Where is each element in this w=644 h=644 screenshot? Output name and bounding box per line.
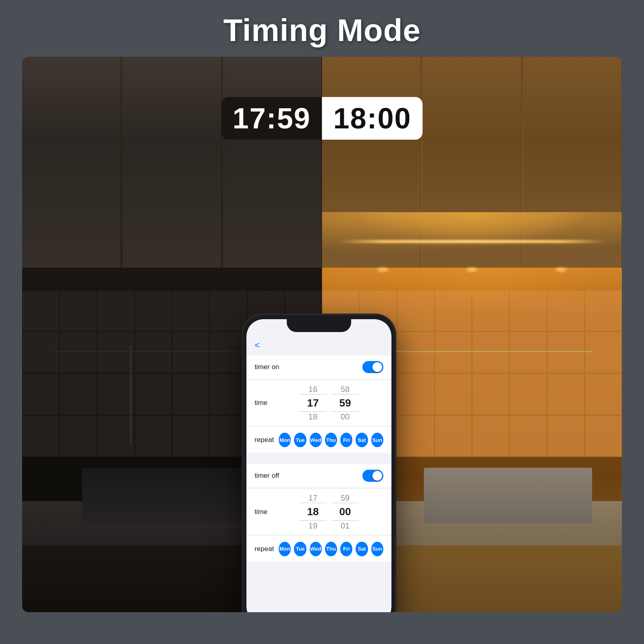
page-wrapper: Timing Mode	[0, 0, 644, 644]
hour-column-on[interactable]: 16 17 18	[297, 383, 329, 423]
repeat-on-label: repeat	[254, 436, 274, 444]
day2-sun[interactable]: Sun	[371, 542, 383, 556]
back-button[interactable]: <	[254, 340, 260, 351]
day2-fri[interactable]: Fri	[341, 542, 353, 556]
day2-tue[interactable]: Tue	[294, 542, 306, 556]
day2-mon[interactable]: Mon	[279, 542, 291, 556]
screen-header: <	[246, 334, 391, 354]
repeat-off-row: repeat Mon Tue Wed Thu Fri Sat Sun	[246, 536, 391, 562]
section-separator-1	[246, 454, 391, 462]
cabinet-panel-1	[22, 57, 121, 268]
light-glow	[322, 212, 622, 260]
day-tue[interactable]: Tue	[294, 433, 306, 447]
time-picker-on-row: time 16 17 18 58 59	[246, 380, 391, 425]
timer-on-row: timer on	[246, 355, 391, 379]
hour-selected-off: 18	[307, 504, 319, 519]
day2-wed[interactable]: Wed	[310, 542, 322, 556]
time-picker-columns-off: 17 18 19 59 00 01	[275, 491, 383, 532]
day-sat[interactable]: Sat	[356, 433, 368, 447]
time-picker-off-section: time 17 18 19 59 00	[246, 489, 391, 534]
repeat-on-row: repeat Mon Tue Wed Thu Fri Sat Sun	[246, 427, 391, 453]
kitchen-container: 17:59 18:00 < timer on	[22, 57, 622, 612]
time-display: 17:59 18:00	[221, 97, 423, 140]
timer-on-label: timer on	[254, 363, 279, 371]
time-after: 18:00	[322, 97, 423, 140]
minute-column-off[interactable]: 59 00 01	[329, 491, 361, 532]
time-on-label: time	[254, 399, 275, 407]
cabinet-panel-2	[122, 57, 221, 268]
faucet-left	[130, 346, 132, 446]
day-mon[interactable]: Mon	[279, 433, 291, 447]
timer-off-label: timer off	[254, 472, 279, 480]
day2-sat[interactable]: Sat	[356, 542, 368, 556]
day-sun[interactable]: Sun	[371, 433, 383, 447]
cabinet-panel-3	[223, 57, 322, 268]
minute-selected-off: 00	[339, 504, 351, 519]
minute-below-on: 00	[341, 410, 349, 423]
time-picker-off-row: time 17 18 19 59 00	[246, 489, 391, 534]
time-picker-on-section: time 16 17 18 58 59	[246, 380, 391, 425]
ceiling-light-2	[466, 268, 478, 272]
cabinet-top-left	[22, 57, 322, 268]
hour-below-on: 18	[308, 410, 317, 423]
minute-below-off: 01	[341, 519, 349, 532]
minute-column-on[interactable]: 58 59 00	[329, 383, 361, 423]
under-cabinet-lights	[322, 240, 622, 243]
ceiling-lights	[322, 268, 622, 272]
timer-on-toggle[interactable]	[362, 361, 383, 373]
timer-off-toggle[interactable]	[362, 470, 383, 482]
day-fri[interactable]: Fri	[341, 433, 353, 447]
day-thu[interactable]: Thu	[325, 433, 337, 447]
phone-screen: < timer on time	[246, 319, 391, 612]
screen-content: < timer on time	[246, 334, 391, 612]
sink-right	[424, 468, 592, 523]
day-wed[interactable]: Wed	[310, 433, 322, 447]
sink-left	[82, 468, 250, 523]
ceiling-light-3	[555, 268, 567, 272]
time-picker-columns-on: 16 17 18 58 59 00	[275, 383, 383, 423]
day2-thu[interactable]: Thu	[325, 542, 337, 556]
repeat-off-label: repeat	[254, 545, 274, 553]
phone-body: < timer on time	[242, 314, 395, 612]
phone-container: < timer on time	[242, 314, 395, 612]
time-off-label: time	[254, 508, 275, 516]
minute-selected-on: 59	[339, 396, 351, 410]
phone-notch	[287, 319, 351, 332]
hour-column-off[interactable]: 17 18 19	[297, 491, 329, 532]
timer-off-row: timer off	[246, 464, 391, 487]
time-before: 17:59	[221, 97, 322, 140]
hour-below-off: 19	[308, 519, 317, 532]
ceiling-light-1	[377, 268, 389, 272]
page-title: Timing Mode	[223, 12, 421, 49]
hour-selected-on: 17	[307, 396, 319, 410]
